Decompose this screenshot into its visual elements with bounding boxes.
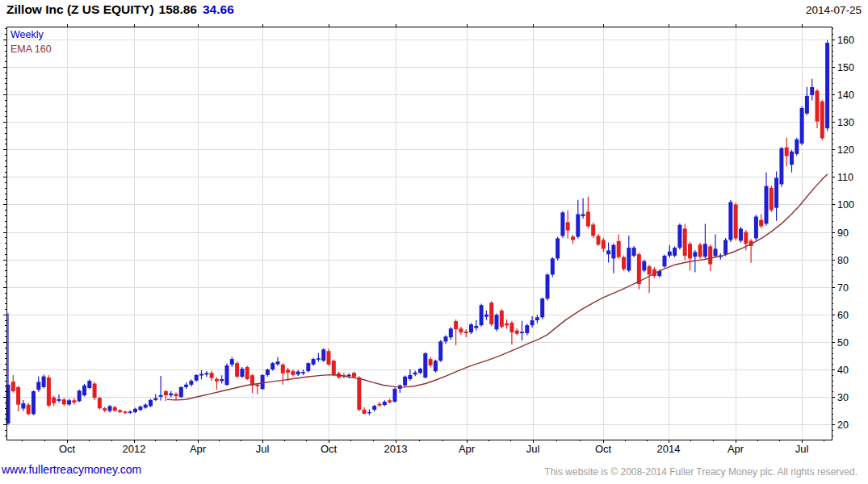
x-tick-label: Jul	[795, 443, 809, 455]
y-tick-label: 120	[837, 144, 854, 156]
x-tick-label: 2014	[657, 443, 681, 455]
x-tick-label: Oct	[59, 443, 76, 455]
candle-body	[312, 359, 316, 365]
axis-labels: 2030405060708090100110120130140150160Oct…	[59, 35, 854, 455]
candle-body	[611, 245, 615, 259]
candle-body	[500, 311, 504, 327]
candle-body	[393, 389, 397, 402]
candle-body	[184, 385, 188, 387]
candle-body	[693, 252, 697, 257]
candle-body	[317, 358, 321, 360]
candle-body	[225, 365, 229, 385]
candlestick-chart: 2030405060708090100110120130140150160Oct…	[0, 0, 868, 484]
candle-body	[367, 412, 371, 413]
candle-body	[454, 321, 458, 329]
candle-body	[159, 395, 163, 397]
candle-body	[759, 220, 763, 227]
candle-body	[36, 382, 40, 390]
x-tick-label: Oct	[321, 443, 338, 455]
candle-body	[769, 188, 774, 211]
axis-ticks	[3, 24, 835, 443]
candle-body	[688, 244, 692, 258]
candle-body	[78, 390, 82, 401]
y-tick-label: 160	[837, 35, 854, 46]
y-tick-label: 140	[837, 90, 854, 101]
candle-body	[240, 369, 244, 377]
candle-body	[403, 377, 407, 386]
candle-body	[352, 373, 356, 377]
candle-body	[551, 258, 555, 274]
candle-body	[586, 211, 590, 226]
x-tick-label: Jul	[256, 443, 270, 455]
candle-body	[535, 317, 539, 320]
candle-body	[47, 378, 51, 406]
x-tick-label: Apr	[459, 443, 476, 455]
y-tick-label: 40	[837, 365, 849, 376]
candle-body	[383, 402, 387, 405]
candle-body	[591, 224, 595, 236]
candle-body	[215, 379, 219, 382]
candle-body	[505, 323, 509, 326]
candle-body	[714, 248, 718, 256]
candle-body	[245, 367, 249, 379]
candle-body	[677, 225, 681, 248]
candle-body	[230, 359, 234, 365]
candle-body	[484, 315, 489, 317]
y-tick-label: 80	[837, 255, 849, 266]
candle-body	[734, 205, 738, 239]
copyright-text: This website is © 2008-2014 Fuller Treac…	[544, 466, 858, 478]
candle-body	[449, 328, 453, 337]
candle-body	[617, 241, 621, 257]
y-tick-label: 100	[837, 199, 854, 211]
candle-body	[103, 408, 107, 411]
candle-body	[42, 377, 46, 387]
candle-body	[571, 236, 575, 240]
timeframe-label: Weekly	[10, 29, 44, 40]
candle-body	[744, 232, 748, 244]
website-link[interactable]: www.fullertreacymoney.com	[2, 463, 141, 476]
candle-body	[810, 87, 814, 95]
candle-body	[144, 405, 148, 408]
candle-body	[602, 240, 606, 249]
candle-body	[566, 222, 570, 230]
y-tick-label: 110	[837, 172, 853, 183]
candle-body	[525, 325, 529, 333]
candle-body	[296, 372, 300, 375]
y-tick-label: 20	[837, 419, 849, 431]
x-tick-label: 2012	[123, 443, 146, 455]
candle-body	[169, 394, 173, 395]
candle-body	[408, 375, 412, 379]
candle-body	[128, 411, 132, 413]
candle-body	[93, 384, 97, 398]
candle-body	[62, 399, 66, 404]
candle-body	[765, 186, 769, 224]
candle-body	[210, 373, 214, 378]
candle-body	[270, 363, 275, 369]
candle-body	[779, 148, 783, 185]
candle-body	[698, 244, 702, 257]
candle-body	[723, 240, 728, 255]
candle-body	[790, 152, 794, 165]
candle-body	[464, 332, 468, 333]
candle-body	[199, 374, 203, 376]
candle-body	[576, 215, 580, 237]
candle-body	[413, 373, 417, 374]
candle-body	[286, 369, 290, 372]
candle-body	[530, 320, 535, 325]
candle-body	[703, 244, 707, 257]
candle-body	[11, 382, 15, 391]
candle-body	[520, 332, 524, 333]
candle-body	[606, 251, 610, 255]
candle-body	[291, 371, 295, 375]
candle-body	[668, 252, 672, 256]
candle-body	[429, 359, 433, 365]
candle-body	[87, 381, 91, 388]
candle-body	[515, 331, 519, 334]
date-label: 2014-07-25	[806, 4, 862, 16]
candle-body	[138, 407, 142, 410]
candle-body	[728, 202, 732, 240]
candle-body	[423, 353, 427, 378]
candle-body	[805, 96, 809, 114]
candle-body	[16, 387, 20, 405]
y-tick-label: 90	[837, 227, 849, 239]
